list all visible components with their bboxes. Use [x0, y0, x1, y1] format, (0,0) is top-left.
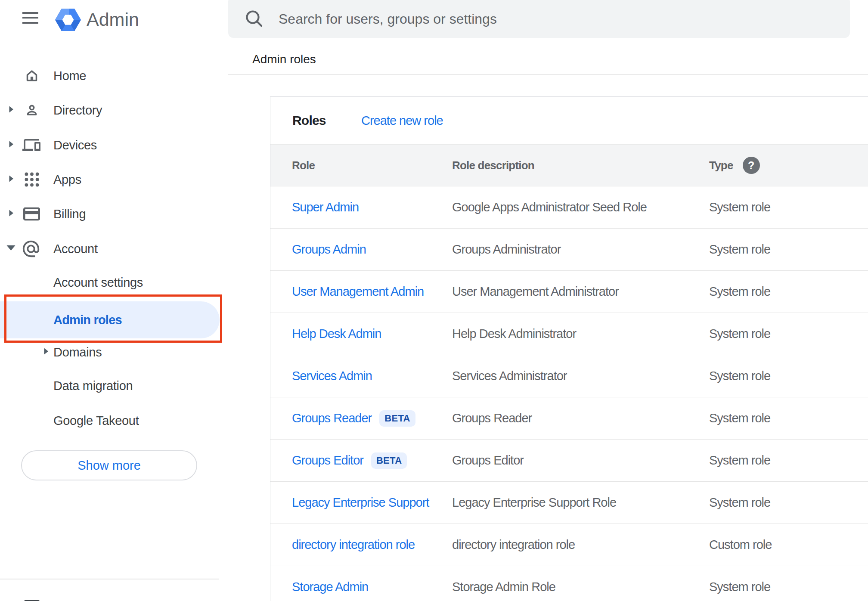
sidebar-item-label: Home: [53, 59, 86, 93]
sidebar-item-data-migration[interactable]: Data migration: [0, 369, 228, 403]
column-header-type: Type ?: [709, 145, 760, 186]
role-description-cell: Legacy Enterprise Support Role: [452, 482, 616, 524]
show-more-label: Show more: [78, 458, 141, 472]
role-description-cell: Google Apps Administrator Seed Role: [452, 186, 647, 228]
role-link[interactable]: Groups Admin: [292, 242, 366, 257]
devices-icon: [22, 136, 40, 154]
role-cell: directory integration role: [292, 524, 415, 566]
table-row: Groups AdminGroups AdministratorSystem r…: [270, 229, 868, 271]
role-description-cell: User Management Administrator: [452, 271, 619, 313]
table-row: Super AdminGoogle Apps Administrator See…: [270, 186, 868, 229]
chevron-right-icon: [43, 348, 49, 355]
table-row: Services AdminServices AdministratorSyst…: [270, 355, 868, 397]
sidebar-item-google-takeout[interactable]: Google Takeout: [0, 403, 228, 438]
beta-badge: BETA: [371, 452, 407, 469]
sidebar-item-account[interactable]: Account: [0, 232, 228, 266]
role-description-cell: Services Administrator: [452, 355, 567, 397]
app-name: Admin: [87, 9, 139, 29]
sidebar-item-billing[interactable]: Billing: [0, 197, 228, 231]
table-row: Groups EditorBETAGroups EditorSystem rol…: [270, 440, 868, 482]
sidebar-item-label: Account settings: [53, 265, 143, 300]
sidebar: Admin Home DirectoryDevices Apps Billing…: [0, 0, 228, 601]
apps-icon: [25, 172, 39, 187]
sidebar-item-label: Google Takeout: [53, 403, 139, 438]
hamburger-menu-icon[interactable]: [22, 12, 38, 25]
role-link[interactable]: Groups Editor: [292, 453, 363, 468]
role-type-cell: System role: [709, 397, 770, 439]
search-icon: [244, 8, 264, 29]
role-link[interactable]: User Management Admin: [292, 285, 424, 299]
sidebar-item-label: Apps: [53, 162, 81, 197]
roles-table-body: Super AdminGoogle Apps Administrator See…: [270, 186, 868, 601]
role-cell: Super Admin: [292, 186, 359, 228]
google-admin-console: Admin Home DirectoryDevices Apps Billing…: [0, 0, 868, 601]
role-description-cell: directory integration role: [452, 524, 575, 566]
at-icon: [21, 239, 41, 259]
person-icon: [25, 103, 39, 118]
role-type-cell: System role: [709, 440, 770, 481]
role-link[interactable]: Super Admin: [292, 200, 359, 214]
role-cell: Services Admin: [292, 355, 372, 397]
role-link[interactable]: directory integration role: [292, 538, 415, 552]
table-row: User Management AdminUser Management Adm…: [270, 271, 868, 313]
chevron-right-icon[interactable]: [9, 210, 14, 219]
role-link[interactable]: Storage Admin: [292, 580, 368, 594]
search-input-placeholder: Search for users, groups or settings: [279, 9, 497, 29]
google-admin-logo-icon: [55, 9, 81, 31]
sidebar-item-label: Account: [53, 232, 98, 266]
sidebar-item-label: Data migration: [53, 369, 133, 403]
role-cell: Storage Admin: [292, 566, 368, 601]
sidebar-item-label: Devices: [53, 128, 97, 162]
chevron-right-icon[interactable]: [9, 141, 14, 150]
chevron-right-icon[interactable]: [9, 175, 14, 184]
chevron-right-icon: [9, 210, 14, 217]
table-row: directory integration roledirectory inte…: [270, 524, 868, 566]
role-cell: User Management Admin: [292, 271, 424, 313]
table-row: Groups ReaderBETAGroups ReaderSystem rol…: [270, 397, 868, 440]
sidebar-item-admin-roles[interactable]: Admin roles: [0, 301, 228, 338]
sidebar-item-domains[interactable]: Domains: [0, 335, 228, 369]
chevron-down-icon[interactable]: [6, 245, 16, 253]
role-type-cell: System role: [709, 313, 770, 355]
role-link[interactable]: Services Admin: [292, 369, 372, 383]
chevron-right-icon: [9, 106, 14, 113]
card-title: Roles: [292, 97, 326, 144]
show-more-button[interactable]: Show more: [21, 450, 197, 480]
role-description-cell: Storage Admin Role: [452, 566, 555, 601]
role-description-cell: Groups Reader: [452, 397, 532, 439]
create-new-role-link[interactable]: Create new role: [361, 97, 443, 144]
column-header-role-description: Role description: [452, 145, 534, 186]
roles-card: Roles Create new role Role Role descript…: [270, 96, 868, 601]
role-type-cell: System role: [709, 271, 770, 313]
sidebar-divider: [0, 579, 219, 579]
role-cell: Legacy Enterprise Support: [292, 482, 429, 524]
role-link[interactable]: Help Desk Admin: [292, 327, 381, 341]
page-divider: [228, 74, 868, 75]
sidebar-item-label: Directory: [53, 93, 102, 127]
role-cell: Groups ReaderBETA: [292, 397, 415, 439]
beta-badge: BETA: [379, 410, 415, 427]
chevron-right-icon[interactable]: [9, 106, 14, 115]
column-header-role: Role: [292, 145, 315, 186]
sidebar-item-account-settings[interactable]: Account settings: [0, 265, 228, 300]
chevron-right-icon: [9, 141, 14, 148]
role-description-cell: Groups Editor: [452, 440, 524, 481]
sidebar-item-directory[interactable]: Directory: [0, 93, 228, 127]
sidebar-item-apps[interactable]: Apps: [0, 162, 228, 197]
sidebar-item-label: Billing: [53, 197, 86, 231]
role-link[interactable]: Groups Reader: [292, 411, 372, 425]
billing-icon: [23, 208, 40, 221]
chevron-right-icon[interactable]: [43, 348, 49, 357]
sidebar-item-devices[interactable]: Devices: [0, 128, 228, 162]
role-cell: Groups Admin: [292, 229, 366, 270]
role-cell: Help Desk Admin: [292, 313, 381, 355]
role-type-cell: System role: [709, 186, 770, 228]
role-description-cell: Groups Administrator: [452, 229, 561, 270]
role-type-cell: System role: [709, 229, 770, 270]
table-row: Help Desk AdminHelp Desk AdministratorSy…: [270, 313, 868, 355]
table-row: Legacy Enterprise SupportLegacy Enterpri…: [270, 482, 868, 524]
role-link[interactable]: Legacy Enterprise Support: [292, 496, 429, 510]
role-type-cell: Custom role: [709, 524, 772, 566]
sidebar-item-home[interactable]: Home: [0, 59, 228, 93]
help-icon[interactable]: ?: [743, 157, 760, 174]
